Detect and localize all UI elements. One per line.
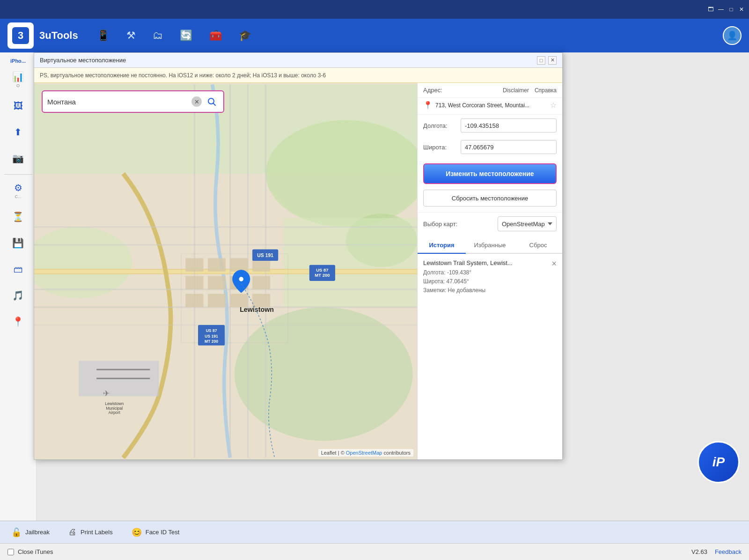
longitude-input[interactable] xyxy=(461,118,557,133)
sidebar-item-settings[interactable]: ⚙ С... xyxy=(2,178,34,203)
nav-toolbox[interactable]: 🧰 xyxy=(209,29,222,42)
svg-rect-28 xyxy=(252,276,270,289)
bottom-bar: 🔓 Jailbreak 🖨 Print Labels 😊 Face ID Tes… xyxy=(0,521,749,543)
nav-tools[interactable]: ⚒ xyxy=(126,29,136,42)
vl-warning-text: PS, виртуальное местоположение не постоя… xyxy=(40,72,326,79)
music-icon: 🎵 xyxy=(12,290,24,301)
svg-text:Municipal: Municipal xyxy=(106,406,123,411)
sidebar-item-loading[interactable]: ⏳ xyxy=(2,205,34,229)
main-area: iPho... 📊 О 🖼 ⬆ 📷 ⚙ С... ⏳ 💾 🗃 🎵 xyxy=(0,52,749,521)
svg-rect-23 xyxy=(230,258,248,272)
sidebar-item-music[interactable]: 🎵 xyxy=(2,283,34,308)
svg-text:US 87: US 87 xyxy=(316,267,328,273)
svg-point-8 xyxy=(235,307,412,441)
header-right: 👤 xyxy=(723,26,742,45)
tab-history[interactable]: История xyxy=(418,237,466,254)
history-notes: Заметки: Не добавлены xyxy=(423,286,545,295)
osm-link[interactable]: OpenStreetMap xyxy=(346,450,382,456)
status-bar: Close iTunes V2.63 Feedback xyxy=(0,543,749,560)
help-link[interactable]: Справка xyxy=(535,87,557,94)
tab-favorites[interactable]: Избранные xyxy=(466,237,514,254)
map-search-input[interactable] xyxy=(47,98,189,106)
favorite-star-icon[interactable]: ☆ xyxy=(550,101,557,110)
nav-mobile[interactable]: 📱 xyxy=(97,29,110,42)
svg-rect-7 xyxy=(284,218,417,307)
reset-location-btn[interactable]: Сбросить местоположение xyxy=(423,190,557,206)
svg-text:MT 200: MT 200 xyxy=(315,273,330,278)
map-search-box: ✕ xyxy=(42,90,224,113)
sidebar-item-upload[interactable]: ⬆ xyxy=(2,120,34,144)
close-itunes-label: Close iTunes xyxy=(18,548,53,555)
titlebar-minimize[interactable]: — xyxy=(717,6,725,13)
title-bar: 🗔 — □ ✕ xyxy=(0,0,749,19)
feedback-btn[interactable]: Feedback xyxy=(715,548,742,555)
face-id-label: Face ID Test xyxy=(146,529,180,536)
sidebar-item-gallery[interactable]: 🗃 xyxy=(2,257,34,281)
minimize-btn[interactable]: 🗔 xyxy=(707,6,714,13)
disclaimer-link[interactable]: Disclaimer xyxy=(503,87,529,94)
backup-icon: 💾 xyxy=(12,237,24,249)
vl-close-btn[interactable]: ✕ xyxy=(548,56,557,65)
sidebar-item-backup[interactable]: 💾 xyxy=(2,231,34,255)
history-title: Lewistown Trail System, Lewist... xyxy=(423,259,545,266)
left-sidebar: iPho... 📊 О 🖼 ⬆ 📷 ⚙ С... ⏳ 💾 🗃 🎵 xyxy=(0,52,37,521)
history-close-btn[interactable]: × xyxy=(551,259,557,268)
close-itunes-checkbox[interactable] xyxy=(7,549,14,555)
svg-rect-29 xyxy=(185,294,203,308)
contributors-label: contributors xyxy=(384,450,411,456)
svg-point-51 xyxy=(239,277,244,281)
titlebar-restore[interactable]: □ xyxy=(727,6,735,13)
map-area[interactable]: ✕ xyxy=(34,83,417,459)
overview-icon: 📊 xyxy=(12,71,24,82)
search-submit-btn[interactable] xyxy=(205,95,219,109)
svg-rect-21 xyxy=(185,258,203,272)
print-labels-item[interactable]: 🖨 Print Labels xyxy=(68,527,113,537)
svg-text:Airport: Airport xyxy=(109,410,121,415)
svg-rect-30 xyxy=(208,294,226,308)
rp-address-bar: Адрес: Disclaimer Справка xyxy=(418,83,562,98)
face-id-item[interactable]: 😊 Face ID Test xyxy=(132,527,180,538)
print-labels-label: Print Labels xyxy=(81,529,113,536)
media-icon: 📷 xyxy=(12,153,24,164)
app-header: 3 3uTools 📱 ⚒ 🗂 🔄 🧰 🎓 👤 xyxy=(0,19,749,52)
vl-titlebar: Виртуальное местоположение □ ✕ xyxy=(34,53,562,68)
nav-sync[interactable]: 🔄 xyxy=(180,29,192,42)
change-location-btn[interactable]: Изменить местоположение xyxy=(423,163,557,184)
search-clear-btn[interactable]: ✕ xyxy=(191,96,202,107)
sidebar-item-media[interactable]: 📷 xyxy=(2,146,34,170)
tab-reset[interactable]: Сброс xyxy=(514,237,562,254)
map-selector-label: Выбор карт: xyxy=(423,221,494,228)
sidebar-item-overview[interactable]: 📊 О xyxy=(2,67,34,92)
profile-avatar[interactable]: 👤 xyxy=(723,26,742,45)
svg-rect-26 xyxy=(208,276,226,289)
titlebar-close[interactable]: ✕ xyxy=(738,6,745,13)
latitude-input[interactable] xyxy=(461,140,557,154)
longitude-label: Долгота: xyxy=(423,122,457,129)
latitude-label: Широта: xyxy=(423,144,457,151)
longitude-row: Долгота: xyxy=(418,115,562,136)
svg-text:MT 200: MT 200 xyxy=(205,339,218,344)
vl-dialog: Виртуальное местоположение □ ✕ PS, вирту… xyxy=(34,52,563,460)
vl-restore-btn[interactable]: □ xyxy=(537,56,545,65)
svg-point-0 xyxy=(208,98,214,104)
ip-logo: iP xyxy=(698,441,740,483)
logo-text: 3 xyxy=(18,29,23,42)
address-pin-icon: 📍 xyxy=(423,101,433,110)
svg-text:Lewistown: Lewistown xyxy=(240,306,274,313)
svg-text:US 191: US 191 xyxy=(257,253,273,258)
status-left: Close iTunes xyxy=(7,548,53,555)
right-panel: Адрес: Disclaimer Справка 📍 713, West Co… xyxy=(417,83,562,459)
upload-icon: ⬆ xyxy=(14,126,22,138)
vl-titlebar-btns: □ ✕ xyxy=(537,56,557,65)
version-text: V2.63 xyxy=(691,548,707,555)
jailbreak-item[interactable]: 🔓 Jailbreak xyxy=(11,527,50,538)
rp-history-panel: Lewistown Trail System, Lewist... Долгот… xyxy=(418,254,562,301)
sidebar-device-label: iPho... xyxy=(0,56,36,66)
history-longitude: Долгота: -109.438° xyxy=(423,268,545,277)
nav-apps[interactable]: 🗂 xyxy=(153,29,163,42)
sidebar-item-photos[interactable]: 🖼 xyxy=(2,94,34,118)
map-canvas: ✈ US 191 US 87 MT 200 US 87 US 191 MT 20… xyxy=(34,83,417,459)
map-type-select[interactable]: OpenStreetMap Google Maps xyxy=(498,216,557,231)
nav-learn[interactable]: 🎓 xyxy=(239,29,251,42)
sidebar-item-virtual-loc[interactable]: 📍 xyxy=(2,309,34,334)
